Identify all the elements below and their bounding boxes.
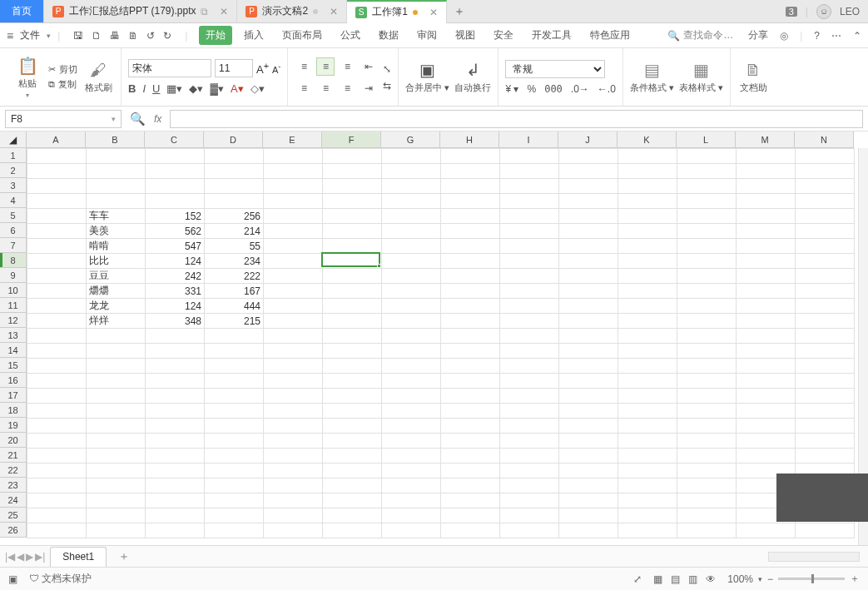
cell-M17[interactable] bbox=[737, 389, 796, 404]
cell-A21[interactable] bbox=[27, 449, 87, 464]
cell-I10[interactable] bbox=[500, 284, 559, 299]
cell-C1[interactable] bbox=[146, 149, 205, 164]
row-header-5[interactable]: 5 bbox=[0, 208, 27, 223]
cell-J18[interactable] bbox=[559, 404, 618, 419]
cell-G21[interactable] bbox=[382, 449, 441, 464]
col-header-C[interactable]: C bbox=[145, 131, 204, 148]
cell-F3[interactable] bbox=[323, 179, 382, 194]
cell-I25[interactable] bbox=[500, 508, 559, 523]
cell-J5[interactable] bbox=[559, 209, 618, 224]
sheet-nav-last[interactable]: ▶| bbox=[35, 551, 45, 563]
cell-C19[interactable] bbox=[146, 419, 205, 434]
cell-N12[interactable] bbox=[796, 314, 855, 329]
cell-M5[interactable] bbox=[737, 209, 796, 224]
cell-I9[interactable] bbox=[500, 269, 559, 284]
cell-B2[interactable] bbox=[87, 164, 146, 179]
cell-A2[interactable] bbox=[27, 164, 87, 179]
cell-H12[interactable] bbox=[441, 314, 500, 329]
cell-I8[interactable] bbox=[500, 254, 559, 269]
layout-icon[interactable]: ▣ bbox=[8, 573, 17, 585]
cell-J9[interactable] bbox=[559, 269, 618, 284]
cell-D3[interactable] bbox=[205, 179, 264, 194]
row-header-8[interactable]: 8 bbox=[0, 253, 27, 268]
cell-G24[interactable] bbox=[382, 493, 441, 508]
cell-N18[interactable] bbox=[796, 404, 855, 419]
undo-icon[interactable]: ↺ bbox=[146, 30, 155, 42]
cell-F19[interactable] bbox=[323, 419, 382, 434]
row-headers[interactable]: 1234567891011121314151617181920212223242… bbox=[0, 148, 27, 538]
export-icon[interactable]: 🗎 bbox=[128, 30, 138, 42]
tab-file-3[interactable]: S 工作簿1 ✕ bbox=[347, 0, 447, 23]
cell-D26[interactable] bbox=[205, 523, 264, 538]
cell-K24[interactable] bbox=[618, 493, 677, 508]
cell-F4[interactable] bbox=[323, 194, 382, 209]
cell-G8[interactable] bbox=[382, 254, 441, 269]
cell-N21[interactable] bbox=[796, 449, 855, 464]
cell-B7[interactable]: 啃啃 bbox=[87, 239, 146, 254]
cell-G4[interactable] bbox=[382, 194, 441, 209]
cell-J10[interactable] bbox=[559, 284, 618, 299]
cell-L26[interactable] bbox=[677, 523, 737, 538]
cell-L13[interactable] bbox=[677, 329, 737, 344]
cell-C15[interactable] bbox=[146, 359, 205, 374]
cell-A19[interactable] bbox=[27, 419, 87, 434]
cell-D11[interactable]: 444 bbox=[205, 299, 264, 314]
cell-E26[interactable] bbox=[264, 523, 323, 538]
cell-B17[interactable] bbox=[87, 389, 146, 404]
cell-K3[interactable] bbox=[618, 179, 677, 194]
cell-E20[interactable] bbox=[264, 434, 323, 449]
cell-A7[interactable] bbox=[27, 239, 87, 254]
cell-J20[interactable] bbox=[559, 434, 618, 449]
cell-N4[interactable] bbox=[796, 194, 855, 209]
cell-C2[interactable] bbox=[146, 164, 205, 179]
cell-M4[interactable] bbox=[737, 194, 796, 209]
cell-H2[interactable] bbox=[441, 164, 500, 179]
cell-K15[interactable] bbox=[618, 359, 677, 374]
cell-H8[interactable] bbox=[441, 254, 500, 269]
cell-K1[interactable] bbox=[618, 149, 677, 164]
cloud-icon[interactable]: ◎ bbox=[780, 30, 788, 42]
cell-D21[interactable] bbox=[205, 449, 264, 464]
cell-A5[interactable] bbox=[27, 209, 87, 224]
cell-H20[interactable] bbox=[441, 434, 500, 449]
cell-C7[interactable]: 547 bbox=[146, 239, 205, 254]
file-menu[interactable]: 文件 bbox=[17, 28, 43, 42]
cell-J11[interactable] bbox=[559, 299, 618, 314]
cell-A25[interactable] bbox=[27, 508, 87, 523]
cell-G15[interactable] bbox=[382, 359, 441, 374]
cell-E11[interactable] bbox=[264, 299, 323, 314]
cell-E23[interactable] bbox=[264, 478, 323, 493]
cell-H4[interactable] bbox=[441, 194, 500, 209]
cell-H9[interactable] bbox=[441, 269, 500, 284]
cell-L15[interactable] bbox=[677, 359, 737, 374]
cell-G23[interactable] bbox=[382, 478, 441, 493]
view-normal-icon[interactable]: ▦ bbox=[653, 573, 662, 585]
cell-C4[interactable] bbox=[146, 194, 205, 209]
cell-J17[interactable] bbox=[559, 389, 618, 404]
cell-L23[interactable] bbox=[677, 478, 737, 493]
cell-E7[interactable] bbox=[264, 239, 323, 254]
borders-button[interactable]: ▦▾ bbox=[166, 82, 182, 95]
cell-D1[interactable] bbox=[205, 149, 264, 164]
fullscreen-icon[interactable]: ⤢ bbox=[633, 573, 642, 585]
cell-K12[interactable] bbox=[618, 314, 677, 329]
cell-M1[interactable] bbox=[737, 149, 796, 164]
cell-G26[interactable] bbox=[382, 523, 441, 538]
cell-B3[interactable] bbox=[87, 179, 146, 194]
align-top-right[interactable]: ≡ bbox=[338, 57, 356, 76]
zoom-in-button[interactable]: ＋ bbox=[850, 572, 860, 586]
cell-D4[interactable] bbox=[205, 194, 264, 209]
cell-B9[interactable]: 豆豆 bbox=[87, 269, 146, 284]
col-header-L[interactable]: L bbox=[677, 131, 736, 148]
col-header-K[interactable]: K bbox=[618, 131, 677, 148]
cell-A20[interactable] bbox=[27, 434, 87, 449]
sheet-nav-prev[interactable]: ◀ bbox=[17, 551, 24, 563]
menu-icon[interactable]: ≡ bbox=[7, 29, 13, 42]
cell-I5[interactable] bbox=[500, 209, 559, 224]
cell-H26[interactable] bbox=[441, 523, 500, 538]
cell-B11[interactable]: 龙龙 bbox=[87, 299, 146, 314]
align-bottom-center[interactable]: ≡ bbox=[316, 79, 335, 97]
cell-G1[interactable] bbox=[382, 149, 441, 164]
cell-J8[interactable] bbox=[559, 254, 618, 269]
cell-E6[interactable] bbox=[264, 224, 323, 239]
